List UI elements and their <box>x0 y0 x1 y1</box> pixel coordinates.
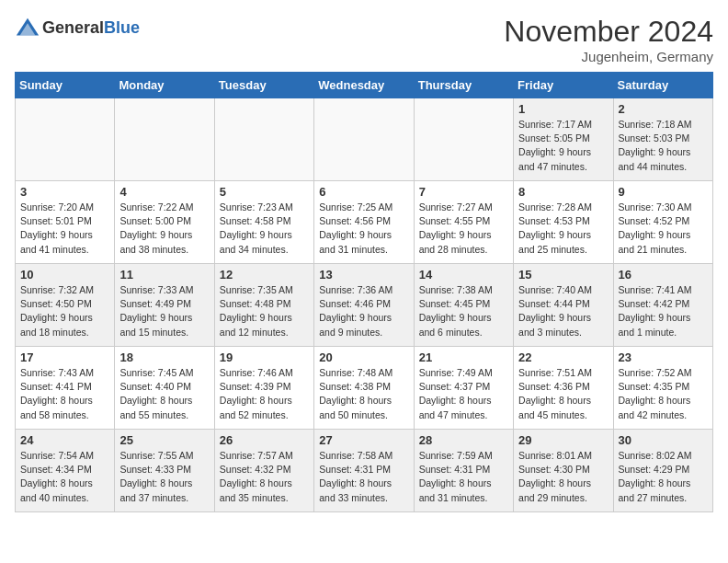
day-info: Sunrise: 7:27 AM Sunset: 4:55 PM Dayligh… <box>419 201 508 257</box>
day-cell: 1Sunrise: 7:17 AM Sunset: 5:05 PM Daylig… <box>514 98 613 181</box>
day-number: 17 <box>20 350 109 364</box>
day-cell: 23Sunrise: 7:52 AM Sunset: 4:35 PM Dayli… <box>613 347 712 430</box>
day-info: Sunrise: 7:40 AM Sunset: 4:44 PM Dayligh… <box>518 283 608 339</box>
day-number: 14 <box>419 268 508 282</box>
day-info: Sunrise: 7:30 AM Sunset: 4:52 PM Dayligh… <box>619 201 708 257</box>
day-cell: 16Sunrise: 7:41 AM Sunset: 4:42 PM Dayli… <box>613 264 712 347</box>
logo-blue: Blue <box>104 18 140 37</box>
weekday-header-tuesday: Tuesday <box>214 73 313 98</box>
day-info: Sunrise: 8:02 AM Sunset: 4:29 PM Dayligh… <box>619 449 708 505</box>
day-number: 27 <box>319 433 408 447</box>
day-cell: 19Sunrise: 7:46 AM Sunset: 4:39 PM Dayli… <box>214 347 313 430</box>
day-info: Sunrise: 7:20 AM Sunset: 5:01 PM Dayligh… <box>20 201 109 257</box>
day-number: 22 <box>518 350 608 364</box>
day-info: Sunrise: 7:35 AM Sunset: 4:48 PM Dayligh… <box>220 283 309 339</box>
day-number: 23 <box>619 350 708 364</box>
day-cell: 6Sunrise: 7:25 AM Sunset: 4:56 PM Daylig… <box>314 181 414 264</box>
logo-general: General <box>42 18 104 37</box>
logo-icon <box>15 15 40 40</box>
calendar-table: SundayMondayTuesdayWednesdayThursdayFrid… <box>15 72 713 512</box>
day-cell: 25Sunrise: 7:55 AM Sunset: 4:33 PM Dayli… <box>115 430 214 512</box>
day-number: 18 <box>119 350 209 364</box>
day-cell: 14Sunrise: 7:38 AM Sunset: 4:45 PM Dayli… <box>414 264 513 347</box>
day-cell: 3Sunrise: 7:20 AM Sunset: 5:01 PM Daylig… <box>16 181 115 264</box>
day-cell: 12Sunrise: 7:35 AM Sunset: 4:48 PM Dayli… <box>214 264 313 347</box>
day-info: Sunrise: 7:28 AM Sunset: 4:53 PM Dayligh… <box>518 201 608 257</box>
day-cell <box>214 98 313 181</box>
weekday-header-wednesday: Wednesday <box>314 73 414 98</box>
day-number: 10 <box>20 268 109 282</box>
day-number: 7 <box>419 185 508 199</box>
week-row-1: 1Sunrise: 7:17 AM Sunset: 5:05 PM Daylig… <box>16 98 713 181</box>
day-cell: 26Sunrise: 7:57 AM Sunset: 4:32 PM Dayli… <box>214 430 313 512</box>
day-info: Sunrise: 7:52 AM Sunset: 4:35 PM Dayligh… <box>619 366 708 422</box>
weekday-header-sunday: Sunday <box>16 73 115 98</box>
day-cell <box>16 98 115 181</box>
day-info: Sunrise: 7:23 AM Sunset: 4:58 PM Dayligh… <box>220 201 309 257</box>
day-cell: 15Sunrise: 7:40 AM Sunset: 4:44 PM Dayli… <box>514 264 613 347</box>
day-info: Sunrise: 7:22 AM Sunset: 5:00 PM Dayligh… <box>119 201 209 257</box>
day-info: Sunrise: 7:46 AM Sunset: 4:39 PM Dayligh… <box>220 366 309 422</box>
day-info: Sunrise: 7:41 AM Sunset: 4:42 PM Dayligh… <box>619 283 708 339</box>
day-info: Sunrise: 7:43 AM Sunset: 4:41 PM Dayligh… <box>20 366 109 422</box>
day-cell: 9Sunrise: 7:30 AM Sunset: 4:52 PM Daylig… <box>613 181 712 264</box>
day-info: Sunrise: 7:18 AM Sunset: 5:03 PM Dayligh… <box>619 118 708 174</box>
day-info: Sunrise: 7:17 AM Sunset: 5:05 PM Dayligh… <box>518 118 608 174</box>
day-cell: 17Sunrise: 7:43 AM Sunset: 4:41 PM Dayli… <box>16 347 115 430</box>
day-cell: 27Sunrise: 7:58 AM Sunset: 4:31 PM Dayli… <box>314 430 414 512</box>
logo: GeneralBlue <box>15 15 140 40</box>
day-cell: 2Sunrise: 7:18 AM Sunset: 5:03 PM Daylig… <box>613 98 712 181</box>
week-row-2: 3Sunrise: 7:20 AM Sunset: 5:01 PM Daylig… <box>16 181 713 264</box>
day-number: 19 <box>220 350 309 364</box>
day-info: Sunrise: 7:58 AM Sunset: 4:31 PM Dayligh… <box>319 449 408 505</box>
day-number: 13 <box>319 268 408 282</box>
day-cell: 11Sunrise: 7:33 AM Sunset: 4:49 PM Dayli… <box>115 264 214 347</box>
day-cell <box>414 98 513 181</box>
day-number: 21 <box>419 350 508 364</box>
day-cell: 24Sunrise: 7:54 AM Sunset: 4:34 PM Dayli… <box>16 430 115 512</box>
day-cell: 5Sunrise: 7:23 AM Sunset: 4:58 PM Daylig… <box>214 181 313 264</box>
day-number: 26 <box>220 433 309 447</box>
day-cell: 30Sunrise: 8:02 AM Sunset: 4:29 PM Dayli… <box>613 430 712 512</box>
day-cell: 18Sunrise: 7:45 AM Sunset: 4:40 PM Dayli… <box>115 347 214 430</box>
day-info: Sunrise: 7:32 AM Sunset: 4:50 PM Dayligh… <box>20 283 109 339</box>
day-info: Sunrise: 7:51 AM Sunset: 4:36 PM Dayligh… <box>518 366 608 422</box>
day-number: 4 <box>119 185 209 199</box>
weekday-header-monday: Monday <box>115 73 214 98</box>
day-info: Sunrise: 7:55 AM Sunset: 4:33 PM Dayligh… <box>119 449 209 505</box>
day-number: 29 <box>518 433 608 447</box>
month-title: November 2024 <box>504 15 713 49</box>
day-cell: 4Sunrise: 7:22 AM Sunset: 5:00 PM Daylig… <box>115 181 214 264</box>
week-row-3: 10Sunrise: 7:32 AM Sunset: 4:50 PM Dayli… <box>16 264 713 347</box>
day-number: 6 <box>319 185 408 199</box>
day-cell: 20Sunrise: 7:48 AM Sunset: 4:38 PM Dayli… <box>314 347 414 430</box>
page-header: GeneralBlue November 2024 Jugenheim, Ger… <box>15 15 713 64</box>
day-info: Sunrise: 7:38 AM Sunset: 4:45 PM Dayligh… <box>419 283 508 339</box>
day-info: Sunrise: 8:01 AM Sunset: 4:30 PM Dayligh… <box>518 449 608 505</box>
day-cell: 22Sunrise: 7:51 AM Sunset: 4:36 PM Dayli… <box>514 347 613 430</box>
day-number: 12 <box>220 268 309 282</box>
day-info: Sunrise: 7:54 AM Sunset: 4:34 PM Dayligh… <box>20 449 109 505</box>
day-cell: 13Sunrise: 7:36 AM Sunset: 4:46 PM Dayli… <box>314 264 414 347</box>
day-info: Sunrise: 7:33 AM Sunset: 4:49 PM Dayligh… <box>119 283 209 339</box>
day-cell: 7Sunrise: 7:27 AM Sunset: 4:55 PM Daylig… <box>414 181 513 264</box>
title-block: November 2024 Jugenheim, Germany <box>504 15 713 64</box>
day-cell <box>314 98 414 181</box>
day-info: Sunrise: 7:57 AM Sunset: 4:32 PM Dayligh… <box>220 449 309 505</box>
day-number: 25 <box>119 433 209 447</box>
day-number: 15 <box>518 268 608 282</box>
day-number: 1 <box>518 102 608 116</box>
day-info: Sunrise: 7:59 AM Sunset: 4:31 PM Dayligh… <box>419 449 508 505</box>
day-cell: 10Sunrise: 7:32 AM Sunset: 4:50 PM Dayli… <box>16 264 115 347</box>
day-number: 3 <box>20 185 109 199</box>
day-number: 11 <box>119 268 209 282</box>
day-number: 28 <box>419 433 508 447</box>
weekday-header-friday: Friday <box>514 73 613 98</box>
day-info: Sunrise: 7:48 AM Sunset: 4:38 PM Dayligh… <box>319 366 408 422</box>
day-cell: 29Sunrise: 8:01 AM Sunset: 4:30 PM Dayli… <box>514 430 613 512</box>
header-row: SundayMondayTuesdayWednesdayThursdayFrid… <box>16 73 713 98</box>
weekday-header-thursday: Thursday <box>414 73 513 98</box>
day-number: 30 <box>619 433 708 447</box>
location: Jugenheim, Germany <box>504 49 713 64</box>
day-info: Sunrise: 7:49 AM Sunset: 4:37 PM Dayligh… <box>419 366 508 422</box>
